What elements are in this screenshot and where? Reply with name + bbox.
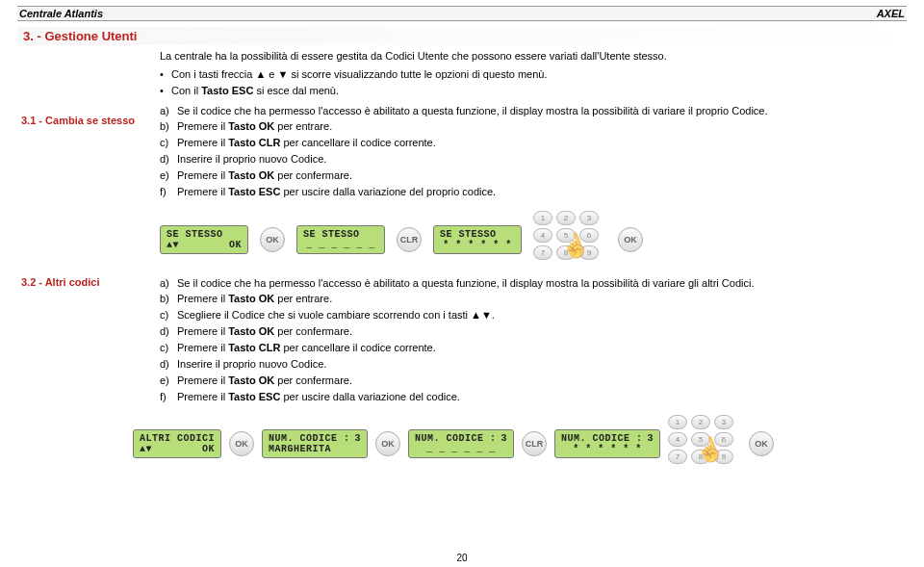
step-e: Premere il Tasto OK per confermare.	[177, 168, 352, 183]
section-3-2: 3.2 - Altri codici a)Se il codice che ha…	[17, 276, 907, 406]
lcd-31-2: SE STESSO _ _ _ _ _ _	[296, 225, 385, 254]
bullet-esc: Con il Tasto ESC si esce dal menù.	[160, 84, 907, 98]
section-3-title: 3. - Gestione Utenti	[17, 27, 907, 45]
ok-button-3[interactable]: OK	[229, 431, 254, 456]
header-right: AXEL	[877, 8, 905, 19]
s32-a: Se il codice che ha permesso l'accesso è…	[177, 276, 754, 291]
keypad[interactable]: 1 2 3 4 5 6 7 8 9 ☝	[533, 211, 606, 269]
s32-d2: Inserire il proprio nuovo Codice.	[177, 357, 326, 372]
s32-b: Premere il Tasto OK per entrare.	[177, 292, 332, 306]
key-3[interactable]: 3	[579, 211, 599, 225]
clr-button[interactable]: CLR	[397, 227, 422, 252]
lcd-31-3: SE STESSO * * * * * *	[433, 225, 522, 254]
lcd-32-4: NUM. CODICE :3 * * * * * *	[554, 429, 660, 458]
key-3[interactable]: 3	[714, 415, 733, 429]
section-3-1-label: 3.1 - Cambia se stesso	[17, 49, 160, 201]
key-2[interactable]: 2	[556, 211, 576, 225]
step-d: Inserire il proprio nuovo Codice.	[177, 152, 326, 167]
s32-e: Premere il Tasto OK per confermare.	[177, 374, 352, 388]
ok-button-1[interactable]: OK	[260, 227, 285, 252]
section-3-1: 3.1 - Cambia se stesso La centrale ha la…	[17, 49, 907, 201]
page-header: Centrale Atlantis AXEL	[17, 6, 907, 21]
ok-button-4[interactable]: OK	[375, 431, 400, 456]
key-6[interactable]: 6	[579, 228, 599, 243]
key-5[interactable]: 5	[556, 228, 576, 243]
key-8[interactable]: 8	[691, 450, 710, 464]
ok-button-5[interactable]: OK	[749, 431, 774, 456]
key-1[interactable]: 1	[668, 415, 687, 429]
key-5[interactable]: 5	[691, 432, 710, 447]
s32-f: Premere il Tasto ESC per uscire dalla va…	[177, 390, 460, 404]
clr-button-2[interactable]: CLR	[522, 431, 547, 456]
key-7[interactable]: 7	[668, 450, 687, 464]
step-f: Premere il Tasto ESC per uscire dalla va…	[177, 185, 496, 199]
displays-row-32: ALTRI CODICI ▲▼OK OK NUM. CODICE :3 MARG…	[133, 415, 907, 473]
lcd-32-3: NUM. CODICE :3 _ _ _ _ _ _	[408, 429, 514, 458]
key-6[interactable]: 6	[714, 432, 733, 447]
s32-c2: Premere il Tasto CLR per cancellare il c…	[177, 341, 436, 355]
bullet-arrows: Con i tasti freccia ▲ e ▼ si scorre visu…	[160, 67, 907, 82]
key-4[interactable]: 4	[668, 432, 687, 447]
step-b: Premere il Tasto OK per entrare.	[177, 119, 332, 134]
s32-d: Premere il Tasto OK per confermare.	[177, 324, 352, 339]
ok-button-2[interactable]: OK	[618, 227, 643, 252]
lcd-32-2: NUM. CODICE :3 MARGHERITA	[262, 429, 368, 458]
step-c: Premere il Tasto CLR per cancellare il c…	[177, 136, 436, 150]
step-a: Se il codice che ha permesso l'accesso è…	[177, 104, 768, 118]
section-3-1-intro: La centrale ha la possibilità di essere …	[160, 49, 907, 64]
key-9[interactable]: 9	[579, 245, 599, 260]
key-7[interactable]: 7	[533, 245, 552, 260]
s32-c: Scegliere il Codice che si vuole cambiar…	[177, 308, 495, 322]
key-2[interactable]: 2	[691, 415, 710, 429]
key-8[interactable]: 8	[556, 245, 576, 260]
key-1[interactable]: 1	[533, 211, 552, 225]
key-9[interactable]: 9	[714, 450, 733, 464]
key-4[interactable]: 4	[533, 228, 552, 243]
keypad-2[interactable]: 1 2 3 4 5 6 7 8 9 ☝	[668, 415, 741, 473]
page-number: 20	[0, 553, 924, 563]
header-left: Centrale Atlantis	[19, 8, 103, 19]
section-3-2-label: 3.2 - Altri codici	[17, 276, 160, 406]
displays-row-31: SE STESSO ▲▼OK OK SE STESSO _ _ _ _ _ _ …	[160, 211, 907, 269]
lcd-32-1: ALTRI CODICI ▲▼OK	[133, 429, 221, 458]
lcd-31-1: SE STESSO ▲▼OK	[160, 225, 248, 254]
